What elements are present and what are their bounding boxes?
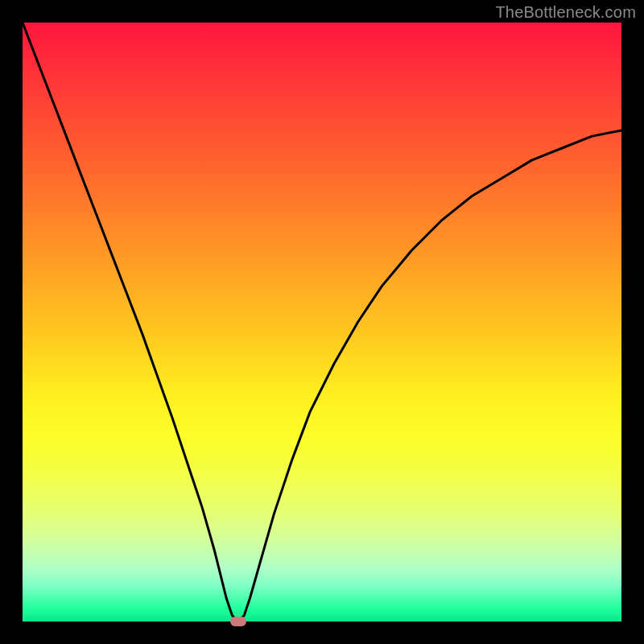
min-marker xyxy=(230,617,246,626)
curve-svg xyxy=(23,23,621,621)
chart-container: TheBottleneck.com xyxy=(0,0,644,644)
curve-path xyxy=(23,23,621,621)
plot-area xyxy=(23,23,621,621)
watermark-text: TheBottleneck.com xyxy=(495,3,636,22)
